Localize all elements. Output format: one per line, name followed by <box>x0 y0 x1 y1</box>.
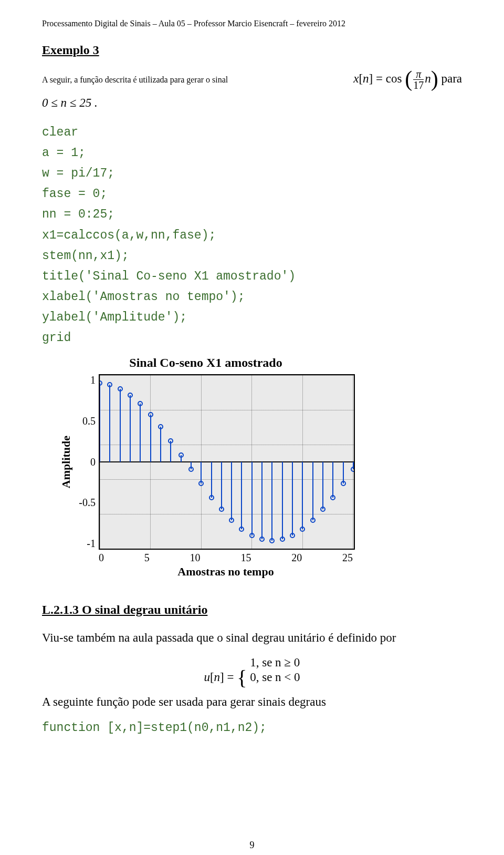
stem-line <box>312 462 313 520</box>
eq-n: n <box>363 72 369 85</box>
chart-axes-row: Amplitude 1 0.5 0 -0.5 -1 <box>59 374 353 550</box>
page-number: 9 <box>250 840 255 851</box>
eq-frac-den: 17 <box>413 79 424 90</box>
stem-marker <box>209 495 214 500</box>
eq-fraction: π17 <box>412 69 425 90</box>
stem-line <box>343 462 344 483</box>
intro-text: A seguir, a função descrita é utilizada … <box>42 75 347 85</box>
chart-xticks: 0 5 10 15 20 25 <box>99 550 353 564</box>
code-line: grid <box>42 328 462 348</box>
chart-plot-cell <box>99 374 353 550</box>
code-line: clear <box>42 122 462 143</box>
step-eq-u: u <box>204 671 210 684</box>
step-code-line: function [x,n]=step1(n0,n1,n2); <box>42 718 462 738</box>
code-line: fase = 0; <box>42 184 462 204</box>
intro-line-2: 0 ≤ n ≤ 25 . <box>42 92 462 113</box>
step-eq-n: n <box>214 671 220 684</box>
code-line: xlabel('Amostras no tempo'); <box>42 287 462 307</box>
step-eq-case2: 0, se n < 0 <box>250 671 300 684</box>
stem-marker <box>290 533 295 538</box>
ytick: 0.5 <box>74 415 96 427</box>
stem-marker <box>118 386 123 392</box>
code-line: title('Sinal Co-seno X1 amostrado') <box>42 266 462 287</box>
chart-yticks: 1 0.5 0 -0.5 -1 <box>74 374 99 550</box>
stem-marker <box>219 507 224 512</box>
code-line: stem(nn,x1); <box>42 246 462 266</box>
xtick: 20 <box>291 552 302 564</box>
ytick: -0.5 <box>74 497 96 509</box>
stem-line <box>332 462 333 498</box>
stem-marker <box>178 452 184 458</box>
stem-marker <box>351 467 355 472</box>
chart-plot-area <box>99 374 355 550</box>
code-line: w = pi/17; <box>42 163 462 184</box>
eq-rbracket: ] <box>369 72 373 85</box>
step-eq-cases: 1, se n ≥ 0 0, se n < 0 <box>250 655 300 684</box>
eq-cos: cos <box>386 72 402 85</box>
stem-line <box>140 404 141 462</box>
stem-marker <box>168 438 173 444</box>
xtick: 5 <box>144 552 150 564</box>
stem-marker <box>198 481 204 486</box>
chart-baseline <box>100 461 354 462</box>
step-eq-case1: 1, se n ≥ 0 <box>250 656 300 669</box>
step-equation: u[n] = { 1, se n ≥ 0 0, se n < 0 <box>42 655 462 684</box>
ytick: -1 <box>74 538 96 550</box>
eq-lparen: ( <box>405 67 412 91</box>
stem-line <box>201 462 202 483</box>
xtick: 0 <box>99 552 104 564</box>
stem-marker <box>188 467 194 472</box>
code-line: a = 1; <box>42 143 462 163</box>
stem-line <box>251 462 253 535</box>
code-block: clear a = 1; w = pi/17; fase = 0; nn = 0… <box>42 122 462 348</box>
stem-marker <box>158 424 163 429</box>
stem-marker <box>128 393 133 398</box>
stem-line <box>292 462 293 535</box>
xtick: 10 <box>190 552 201 564</box>
eq-equals: = <box>376 72 383 85</box>
stem-marker <box>280 537 285 542</box>
intro-line-1: A seguir, a função descrita é utilizada … <box>42 69 462 90</box>
stem-line <box>231 462 232 520</box>
stem-line <box>271 462 272 541</box>
chart-ylabel-wrap: Amplitude <box>59 374 74 550</box>
intro-range: 0 ≤ n ≤ 25 . <box>42 96 98 109</box>
stem-line <box>282 462 283 539</box>
eq-rparen: ) <box>431 67 438 91</box>
eq-frac-num: π <box>413 69 424 79</box>
stem-line <box>221 462 222 509</box>
stem-marker <box>148 412 153 417</box>
code-line: x1=calccos(a,w,nn,fase); <box>42 225 462 246</box>
eq-x: x <box>353 72 359 85</box>
document-page: Processamento Digital de Sinais – Aula 0… <box>0 0 504 855</box>
stem-marker <box>341 481 346 486</box>
stem-line <box>322 462 323 509</box>
xtick: 15 <box>240 552 251 564</box>
stem-line <box>302 462 303 529</box>
stem-line <box>130 395 131 462</box>
xtick: 25 <box>342 552 353 564</box>
running-header: Processamento Digital de Sinais – Aula 0… <box>42 19 462 28</box>
stem-marker <box>300 527 305 532</box>
intro-equation: x[n] = cos (π17n) para <box>347 69 462 90</box>
intro-text-run: A seguir, a função descrita é utilizada … <box>42 75 228 84</box>
stem-line <box>261 462 262 539</box>
stem-line <box>160 427 161 462</box>
stem-marker <box>249 533 255 538</box>
chart-xlabel-row: Amostras no tempo <box>59 564 353 579</box>
stem-line <box>120 389 121 462</box>
eq-para-word: para <box>441 72 462 85</box>
xlabel-spacer <box>59 564 99 579</box>
chart-title: Sinal Co-seno X1 amostrado <box>59 356 353 370</box>
chart-xticks-row: 0 5 10 15 20 25 <box>59 550 353 564</box>
stem-line <box>150 415 151 462</box>
ytick: 0 <box>74 456 96 468</box>
section-heading: L.2.1.3 O sinal degrau unitário <box>42 603 462 617</box>
xtick-spacer <box>59 550 99 564</box>
eq-lbracket: [ <box>359 72 363 85</box>
brace-icon: { <box>237 666 247 690</box>
stem-marker <box>330 495 335 500</box>
chart-xlabel: Amostras no tempo <box>99 565 353 579</box>
stem-line <box>241 462 242 529</box>
stem-line <box>170 441 171 462</box>
